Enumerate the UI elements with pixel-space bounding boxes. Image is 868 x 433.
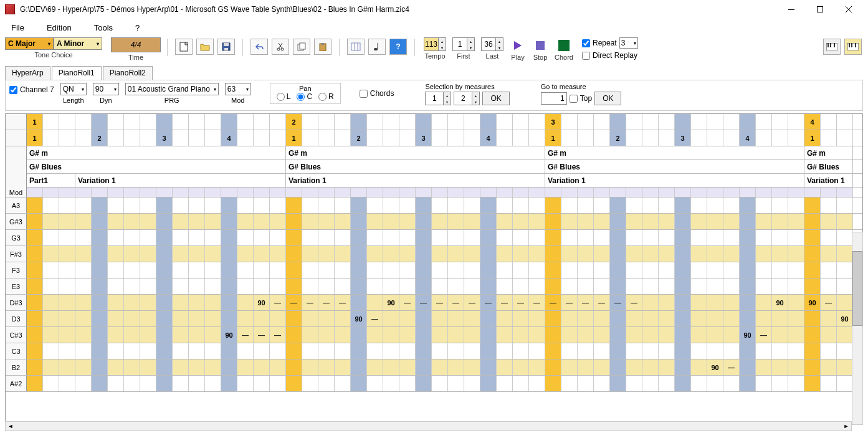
svg-rect-13 xyxy=(300,43,305,49)
help-icon[interactable]: ? xyxy=(389,39,407,55)
pan-c-radio[interactable]: C xyxy=(297,92,312,101)
minimize-button[interactable] xyxy=(777,0,806,19)
repeat-count-select[interactable]: 3▾ xyxy=(619,37,638,49)
play-button[interactable] xyxy=(511,39,525,52)
svg-rect-23 xyxy=(830,43,831,47)
selection-ok-button[interactable]: OK xyxy=(482,92,509,105)
pan-group: Pan L C R xyxy=(270,83,341,104)
controls-bar: Channel 7 QN▾ Length 90▾ Dyn 01 Acoustic… xyxy=(5,80,863,111)
vertical-scrollbar[interactable] xyxy=(852,232,863,425)
first-input[interactable]: 1▴▾ xyxy=(452,37,475,51)
tone-major-select[interactable]: C Major▾ xyxy=(5,37,54,50)
open-file-icon[interactable] xyxy=(196,39,214,55)
new-file-icon[interactable] xyxy=(175,39,193,55)
time-signature[interactable]: 4/4 xyxy=(111,37,161,52)
grid-icon[interactable] xyxy=(347,39,365,55)
paste-icon[interactable] xyxy=(314,39,331,55)
maximize-button[interactable] xyxy=(806,0,834,19)
app-icon xyxy=(5,4,15,14)
svg-rect-6 xyxy=(224,43,229,46)
chord-button[interactable] xyxy=(557,39,571,52)
piano-roll-grid[interactable]: 12341234123412341G# mG# mG# mG# mG# Blue… xyxy=(5,113,863,425)
tone-label: Tone Choice xyxy=(34,51,72,59)
copy-icon[interactable] xyxy=(293,39,310,55)
menubar: File Edition Tools ? xyxy=(0,19,868,36)
keyboard-icon-2[interactable] xyxy=(844,39,862,55)
svg-rect-15 xyxy=(322,43,324,45)
goto-ok-button[interactable]: OK xyxy=(594,92,621,105)
prg-select[interactable]: 01 Acoustic Grand Piano▾ xyxy=(125,83,219,95)
svg-rect-24 xyxy=(834,43,835,47)
svg-rect-1 xyxy=(818,7,823,12)
menu-help[interactable]: ? xyxy=(130,21,145,35)
tab-pianoroll1[interactable]: PianoRoll1 xyxy=(52,66,102,80)
tab-hyperarp[interactable]: HyperArp xyxy=(5,66,50,80)
toolbar: C Major▾ A Minor▾ Tone Choice 4/4 Time ?… xyxy=(0,36,868,66)
svg-rect-0 xyxy=(788,9,794,10)
svg-rect-28 xyxy=(855,43,856,47)
tone-minor-select[interactable]: A Minor▾ xyxy=(54,37,102,50)
last-input[interactable]: 36▴▾ xyxy=(481,37,503,51)
cut-icon[interactable] xyxy=(272,39,289,55)
pan-l-radio[interactable]: L xyxy=(277,92,291,101)
menu-tools[interactable]: Tools xyxy=(89,21,118,35)
close-button[interactable] xyxy=(834,0,863,19)
svg-rect-26 xyxy=(849,43,850,47)
svg-rect-22 xyxy=(827,43,829,47)
dyn-select[interactable]: 90▾ xyxy=(93,83,119,95)
svg-point-19 xyxy=(374,48,378,50)
window-title: G:\DEV\69 - HyperArp\75 - Démos HyperArp… xyxy=(20,5,777,14)
goto-input[interactable]: 1 xyxy=(541,92,567,105)
sel-from-input[interactable]: 1▴▾ xyxy=(425,92,451,105)
stop-button[interactable] xyxy=(533,39,547,52)
titlebar: G:\DEV\69 - HyperArp\75 - Démos HyperArp… xyxy=(0,0,868,19)
undo-icon[interactable] xyxy=(250,39,268,55)
scroll-left-icon[interactable]: ◄ xyxy=(6,422,16,431)
sel-to-input[interactable]: 2▴▾ xyxy=(454,92,480,105)
time-label: Time xyxy=(128,54,143,61)
horizontal-scrollbar[interactable]: ◄ ► xyxy=(5,421,852,431)
save-icon[interactable] xyxy=(217,39,235,55)
tab-bar: HyperArp PianoRoll1 PianoRoll2 xyxy=(0,66,868,80)
svg-rect-27 xyxy=(851,43,852,47)
note-icon[interactable] xyxy=(368,39,386,55)
tab-pianoroll2[interactable]: PianoRoll2 xyxy=(103,66,153,80)
svg-rect-7 xyxy=(224,48,228,50)
direct-replay-checkbox[interactable] xyxy=(582,52,590,60)
goto-top-checkbox[interactable] xyxy=(570,95,578,103)
menu-file[interactable]: File xyxy=(6,21,29,35)
tempo-input[interactable]: 113▴▾ xyxy=(424,37,446,51)
channel-checkbox[interactable] xyxy=(9,86,17,94)
chords-checkbox[interactable] xyxy=(360,90,368,98)
length-select[interactable]: QN▾ xyxy=(60,83,87,95)
repeat-checkbox[interactable] xyxy=(582,39,590,47)
menu-edition[interactable]: Edition xyxy=(42,21,77,35)
mod-select[interactable]: 63▾ xyxy=(225,83,251,95)
pan-r-radio[interactable]: R xyxy=(318,92,334,101)
svg-rect-16 xyxy=(351,43,360,50)
keyboard-icon-1[interactable] xyxy=(823,39,841,55)
scroll-right-icon[interactable]: ► xyxy=(841,422,851,431)
